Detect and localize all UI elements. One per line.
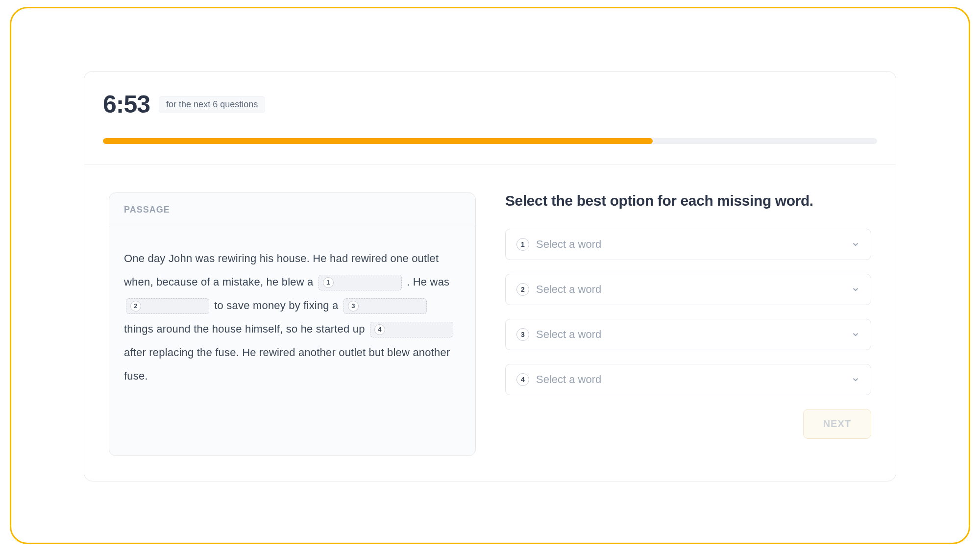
progress-bar	[84, 119, 896, 144]
blank-2[interactable]: 2	[126, 298, 209, 314]
passage-text-2: to save money by fixing a	[214, 299, 342, 311]
passage-header-label: PASSAGE	[124, 205, 461, 215]
select-placeholder-2: Select a word	[536, 283, 844, 296]
select-num-2: 2	[516, 283, 529, 296]
select-placeholder-1: Select a word	[536, 238, 844, 251]
select-word-1[interactable]: 1 Select a word	[505, 229, 871, 260]
passage-body: One day John was rewiring his house. He …	[109, 227, 475, 403]
passage-text-4: after replacing the fuse. He rewired ano…	[124, 346, 450, 382]
next-button[interactable]: NEXT	[803, 409, 871, 439]
chevron-down-icon	[851, 240, 860, 249]
select-placeholder-3: Select a word	[536, 328, 844, 341]
select-num-1: 1	[516, 238, 529, 251]
progress-fill	[103, 138, 653, 144]
blank-4[interactable]: 4	[370, 322, 453, 337]
answer-panel: Select the best option for each missing …	[505, 192, 871, 456]
blank-1-num: 1	[323, 277, 334, 288]
blank-3[interactable]: 3	[343, 298, 427, 314]
select-num-3: 3	[516, 328, 529, 341]
select-word-2[interactable]: 2 Select a word	[505, 274, 871, 305]
blank-2-num: 2	[130, 301, 141, 311]
passage-header: PASSAGE	[109, 193, 475, 227]
passage-text-1: . He was	[407, 276, 449, 288]
select-num-4: 4	[516, 373, 529, 386]
question-title: Select the best option for each missing …	[505, 192, 871, 209]
select-word-3[interactable]: 3 Select a word	[505, 319, 871, 350]
blank-1[interactable]: 1	[318, 275, 402, 290]
footer-row: NEXT	[505, 409, 871, 439]
content-area: PASSAGE One day John was rewiring his ho…	[84, 165, 896, 476]
chevron-down-icon	[851, 330, 860, 339]
outer-frame: 6:53 for the next 6 questions PASSAGE On…	[10, 7, 970, 544]
header-row: 6:53 for the next 6 questions	[84, 72, 896, 119]
progress-track	[103, 138, 877, 144]
passage-text-3: things around the house himself, so he s…	[124, 323, 368, 335]
blank-3-num: 3	[348, 301, 359, 311]
select-word-4[interactable]: 4 Select a word	[505, 364, 871, 395]
chevron-down-icon	[851, 285, 860, 294]
exercise-card: 6:53 for the next 6 questions PASSAGE On…	[84, 71, 896, 481]
timer-badge: for the next 6 questions	[159, 96, 265, 113]
select-placeholder-4: Select a word	[536, 373, 844, 386]
passage-panel: PASSAGE One day John was rewiring his ho…	[109, 192, 476, 456]
timer-value: 6:53	[103, 90, 150, 119]
blank-4-num: 4	[374, 324, 385, 335]
chevron-down-icon	[851, 375, 860, 384]
